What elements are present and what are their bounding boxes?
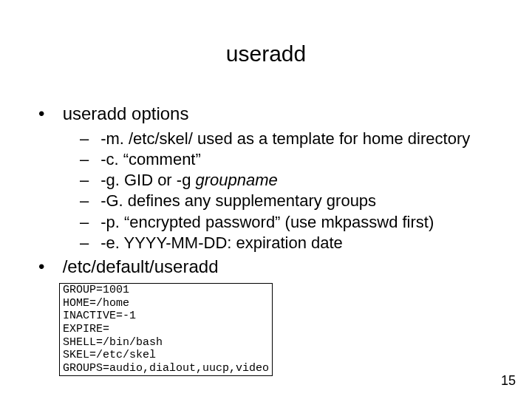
bullet-options: useradd options xyxy=(40,103,502,124)
option-capital-g: -G. defines any supplementary groups xyxy=(80,191,502,211)
option-e-text: -e. YYYY-MM-DD: expiration date xyxy=(100,233,343,252)
option-g: -g. GID or -g groupname xyxy=(80,170,502,191)
bullet-options-label: useradd options xyxy=(63,103,189,123)
option-c-text: -c. “comment” xyxy=(100,150,201,168)
option-g-italic: groupname xyxy=(195,171,277,189)
option-p: -p. “encrypted password” (use mkpasswd f… xyxy=(80,212,502,233)
option-c: -c. “comment” xyxy=(80,149,502,170)
option-g-text: -g. GID or -g xyxy=(100,171,195,189)
options-list: -m. /etc/skel/ used as a template for ho… xyxy=(40,129,502,253)
slide: useradd useradd options -m. /etc/skel/ u… xyxy=(0,0,532,399)
slide-title: useradd xyxy=(0,41,532,66)
option-e: -e. YYYY-MM-DD: expiration date xyxy=(80,233,502,253)
option-m: -m. /etc/skel/ used as a template for ho… xyxy=(80,129,502,149)
bullet-default-file-label: /etc/default/useradd xyxy=(63,256,219,276)
option-capital-g-text: -G. defines any supplementary groups xyxy=(100,191,376,210)
page-number: 15 xyxy=(501,373,516,389)
config-box: GROUP=1001 HOME=/home INACTIVE=-1 EXPIRE… xyxy=(59,283,273,376)
slide-body: useradd options -m. /etc/skel/ used as a… xyxy=(40,103,502,376)
option-m-text: -m. /etc/skel/ used as a template for ho… xyxy=(100,129,470,148)
bullet-default-file: /etc/default/useradd xyxy=(40,256,502,277)
option-p-text: -p. “encrypted password” (use mkpasswd f… xyxy=(100,213,434,231)
